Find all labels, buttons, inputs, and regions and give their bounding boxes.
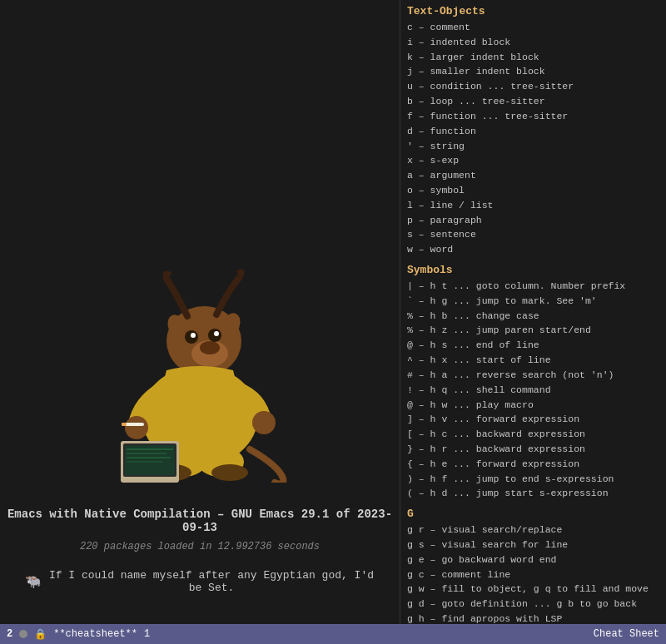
key-item: ' – string [407,139,659,154]
left-panel: Emacs with Native Compilation – GNU Emac… [0,0,400,644]
status-number: 2 [7,628,12,640]
packages-loaded: 220 packages loaded in 12.992736 seconds [80,541,320,552]
key-item: p – paragraph [407,213,659,228]
key-item: % – h b ... change case [407,309,659,324]
key-item: g r – visual search/replace [407,523,659,537]
key-item: @ – h w ... play macro [407,398,659,413]
key-item: ] – h v ... forward expression [407,412,659,427]
key-item: a – argument [407,168,659,183]
key-item: @ – h s ... end of line [407,338,659,353]
key-item: b – loop ... tree-sitter [407,94,659,109]
key-item: ^ – h x ... start of line [407,353,659,368]
section-title-symbols: Symbols [407,264,659,276]
key-item: g w – fill to object, g q to fill and mo… [407,582,659,597]
key-item: o – symbol [407,183,659,198]
quote-line: 🐃 If I could name myself after any Egypt… [0,569,400,594]
key-item: ! – h q ... shell command [407,383,659,398]
key-item: g d – goto definition ... g b to go back [407,597,659,612]
emacs-title: Emacs with Native Compilation – GNU Emac… [0,508,400,534]
key-item: ` – h g ... jump to mark. See 'm' [407,294,659,309]
gnu-mascot [67,241,333,491]
svg-point-3 [200,341,220,354]
key-item: g c – comment line [407,567,659,582]
key-item: ( – h d ... jump start s-expression [407,486,659,501]
key-item: k – larger indent block [407,50,659,65]
svg-point-5 [191,333,196,338]
key-item: j – smaller indent block [407,64,659,79]
key-item: c – comment [407,20,659,35]
quote-text: If I could name myself after any Egyptia… [48,569,375,594]
status-filename: **cheatsheet** [53,628,137,640]
key-item: g e – go backward word end [407,552,659,567]
key-item: i – indented block [407,35,659,50]
svg-rect-12 [122,423,127,426]
svg-point-10 [125,416,148,439]
svg-point-17 [211,464,248,481]
status-tab-num: 1 [144,628,150,640]
status-bar: 2 🔒 **cheatsheet** 1 Cheat Sheet [0,624,666,644]
key-item: } – h r ... backward expression [407,442,659,457]
key-item: % – h z ... jump paren start/end [407,323,659,338]
section-title-g: G [407,508,659,520]
key-item: d – function [407,124,659,139]
key-item: l – line / list [407,198,659,213]
key-item: u – condition ... tree-sitter [407,79,659,94]
key-item: x – s-exp [407,153,659,168]
right-panel[interactable]: Text-Objectsc – commenti – indented bloc… [400,0,666,644]
key-item: [ – h c ... backward expression [407,427,659,442]
key-item: f – function ... tree-sitter [407,109,659,124]
key-item: g s – visual search for line [407,537,659,552]
status-right-label: Cheat Sheet [594,628,659,640]
svg-point-7 [214,331,219,336]
key-item: w – word [407,242,659,257]
svg-point-13 [252,411,276,434]
section-title-text-objects: Text-Objects [407,5,659,17]
key-item: ) – h f ... jump to end s-expression [407,472,659,487]
key-item: { – h e ... forward expression [407,457,659,472]
status-lock-icon: 🔒 [34,628,47,641]
quote-icon: 🐃 [25,573,42,590]
key-item: s – sentence [407,227,659,242]
status-dot [19,630,27,638]
key-item: | – h t ... goto column. Number prefix [407,279,659,294]
key-item: # – h a ... reverse search (not 'n') [407,368,659,383]
